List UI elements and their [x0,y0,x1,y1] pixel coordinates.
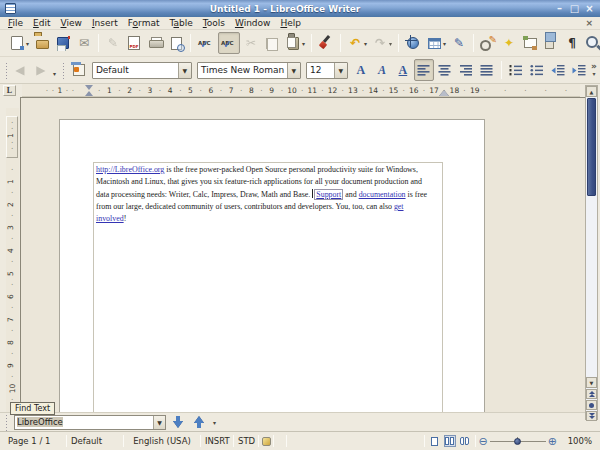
title-bar[interactable]: Untitled 1 - LibreOffice Writer –□× [0,0,600,17]
save-button[interactable] [53,32,73,54]
numbered-list-button[interactable] [506,59,526,81]
auto-spellcheck-button[interactable]: ABC✓ [218,32,240,54]
document-modified-indicator[interactable] [259,437,273,446]
new-document-dropdown[interactable]: ▾ [26,40,29,47]
scroll-down-button[interactable]: ▼ [586,377,597,388]
paste-button[interactable]: ▾ [283,32,307,54]
menu-window[interactable]: Window [230,17,276,29]
increase-indent-button[interactable] [569,59,589,81]
hyperlink-support[interactable]: Support [314,189,343,200]
status-insert-mode[interactable]: INSRT [201,436,233,446]
left-indent-marker[interactable] [85,91,93,96]
hyperlink-httplibreofficeorg[interactable]: http://LibreOffice.org [96,165,164,174]
hyperlink-button[interactable] [403,32,423,54]
show-draw-functions-button[interactable]: ✎ [449,32,469,54]
hyperlink-get[interactable]: get [394,202,404,211]
italic-button[interactable]: A [372,59,392,81]
scroll-up-button[interactable]: ▲ [586,86,597,97]
open-button[interactable] [32,32,52,54]
zoom-slider[interactable] [490,436,546,447]
formatting-toolbar-overflow-button[interactable]: » ▾ [590,63,598,77]
status-zoom-level[interactable]: 100% [560,436,596,446]
view-single-page-button[interactable] [429,435,441,447]
formatting-grip[interactable] [61,61,66,79]
zoom-slider-thumb[interactable] [514,438,521,445]
insert-table-dropdown[interactable]: ▾ [443,40,446,47]
bold-button[interactable]: A [351,59,371,81]
navigation-button[interactable] [586,400,597,410]
view-multiple-pages-button[interactable] [444,435,456,447]
decrease-indent-button[interactable] [548,59,568,81]
find-toolbar-grip[interactable] [4,413,9,431]
menu-edit[interactable]: Edit [28,17,55,29]
find-text-input[interactable]: LibreOffice ▼ [14,415,166,430]
vertical-scrollbar[interactable]: ▲ ▼ [585,85,598,420]
navigation-more-button[interactable]: ▾ [52,64,58,77]
paragraph-style-select[interactable]: Default▼ [92,62,192,79]
justify-button[interactable] [477,59,497,81]
first-line-indent-marker[interactable] [85,85,93,90]
horizontal-ruler[interactable]: 12345678910111213141516171819···········… [22,84,580,97]
new-document-button[interactable]: ▾ [7,32,31,54]
menu-help[interactable]: Help [275,17,306,29]
hyperlink-involved[interactable]: involved [96,214,124,223]
close-document-button[interactable]: × [581,18,597,28]
status-page-number[interactable]: Page 1 / 1 [4,436,66,446]
formatting-toolbar-grip[interactable] [4,61,7,79]
font-size-dropdown[interactable]: ▼ [334,63,347,78]
find-query[interactable]: LibreOffice [15,417,153,427]
status-language[interactable]: English (USA) [124,436,200,446]
paragraph-style-dropdown[interactable]: ▼ [178,63,191,78]
data-sources-button[interactable] [541,32,561,54]
hyperlink-documentation[interactable]: documentation [359,190,406,199]
styles-and-formatting-button[interactable] [69,59,89,81]
align-left-button[interactable] [414,59,434,81]
document-text[interactable]: http://LibreOffice.org is the free power… [96,164,448,225]
find-next-button[interactable] [169,414,187,430]
view-book-mode-button[interactable] [459,435,471,447]
menu-table[interactable]: Table [164,17,197,29]
undo-button[interactable]: ↶▾ [345,32,369,54]
navigator-button[interactable]: ✦ [499,32,519,54]
paste-dropdown[interactable]: ▾ [302,40,305,47]
find-previous-button[interactable] [190,414,208,430]
find-toolbar-more-button[interactable]: ▾ [213,420,216,425]
scrollbar-thumb[interactable] [587,98,596,196]
menu-format[interactable]: Format [123,17,165,29]
menu-file[interactable]: File [3,17,28,29]
close-button[interactable]: × [584,4,595,14]
menu-insert[interactable]: Insert [87,17,123,29]
status-selection-mode[interactable]: STD [234,436,258,446]
export-pdf-button[interactable]: PDF [124,32,144,54]
menu-tools[interactable]: Tools [198,17,230,29]
print-button[interactable] [145,32,165,54]
minimize-button[interactable]: – [554,4,565,14]
next-page-button[interactable] [586,411,597,421]
maximize-button[interactable]: □ [569,4,580,14]
formatting-marks-button[interactable]: ¶ [562,32,582,54]
format-paintbrush-button[interactable] [316,32,336,54]
find-history-dropdown[interactable]: ▼ [153,416,165,429]
zoom-out-button[interactable]: ⊖ [479,436,488,447]
email-document-button[interactable]: ✉ [74,32,94,54]
align-right-button[interactable] [456,59,476,81]
underline-button[interactable]: A [393,59,413,81]
bullet-list-button[interactable] [527,59,547,81]
vertical-ruler[interactable]: 12345678910···········1···· [6,108,19,412]
previous-page-button[interactable] [586,389,597,399]
font-name-select[interactable]: Times New Roman▼ [197,62,301,79]
redo-dropdown[interactable]: ▾ [389,40,392,47]
find-and-replace-button[interactable] [478,32,498,54]
gallery-button[interactable] [520,32,540,54]
spelling-button[interactable]: ABC✓ [195,32,217,54]
font-size-select[interactable]: 12▼ [306,62,348,79]
undo-dropdown[interactable]: ▾ [364,40,367,47]
tab-stop-selector[interactable]: L [3,85,16,96]
zoom-in-button[interactable]: ⊕ [548,436,557,447]
insert-table-button[interactable]: ▾ [424,32,448,54]
right-indent-marker[interactable] [439,90,449,96]
zoom-button[interactable] [583,32,600,54]
align-center-button[interactable] [435,59,455,81]
menu-view[interactable]: View [56,17,87,29]
font-name-dropdown[interactable]: ▼ [287,63,300,78]
